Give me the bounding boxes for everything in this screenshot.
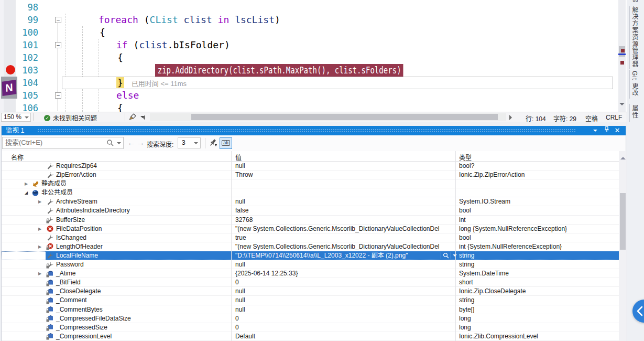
scrollbar-thumb[interactable] xyxy=(620,193,626,250)
pin-window-button[interactable] xyxy=(603,126,611,135)
watch-name[interactable]: LengthOfHeader xyxy=(56,243,103,251)
watch-name[interactable]: LocalFileName xyxy=(56,252,98,260)
watch-name[interactable]: Password xyxy=(56,261,84,269)
column-header-name[interactable]: 名称 xyxy=(11,153,24,162)
watch-row[interactable]: ▶FileDataPosition"(new System.Collection… xyxy=(2,225,619,233)
watch-name[interactable]: _CompressionLevel xyxy=(56,333,112,340)
breakpoint-icon[interactable] xyxy=(6,65,15,74)
watch-name[interactable]: 静态成员 xyxy=(41,180,67,188)
code-line-103[interactable]: 103zip.AddDirectory(clist.sPath.MaxPath(… xyxy=(0,64,618,77)
watch-name[interactable]: _CloseDelegate xyxy=(56,287,101,295)
search-icon[interactable] xyxy=(106,139,114,146)
status-line-ending[interactable]: CRLF xyxy=(606,114,622,121)
watch-title-bar[interactable]: 监视 1 ✕ xyxy=(2,126,626,135)
watch-value[interactable]: true xyxy=(235,234,442,242)
partial-tab-label[interactable]: 器 xyxy=(630,0,639,3)
watch-name[interactable]: BufferSize xyxy=(56,216,85,224)
code-text[interactable]: { xyxy=(117,51,123,64)
watch-vertical-scrollbar[interactable] xyxy=(619,151,627,341)
watch-value[interactable]: null xyxy=(235,261,442,269)
code-line-105[interactable]: 105–else xyxy=(0,89,618,102)
watch-row[interactable]: ▶LengthOfHeader"(new System.Collections.… xyxy=(2,242,619,251)
pin-values-button[interactable] xyxy=(208,138,219,148)
code-text[interactable]: if (clist.bIsFolder) xyxy=(116,39,230,51)
code-line-104[interactable]: 104}已用时间 <= 11ms xyxy=(0,77,618,89)
code-text[interactable]: { xyxy=(100,26,105,39)
editor-vertical-scrollbar[interactable] xyxy=(618,0,626,112)
watch-name[interactable]: AttributesIndicateDirectory xyxy=(56,207,130,215)
watch-row[interactable]: ◢非公共成员 xyxy=(2,188,619,197)
column-separator[interactable] xyxy=(231,151,232,162)
watch-row[interactable]: _CompressionLevelDefaultIonic.Zlib.Compr… xyxy=(2,332,619,341)
fold-collapse-icon[interactable]: – xyxy=(55,17,61,23)
expand-expander-icon[interactable]: ▶ xyxy=(25,182,28,186)
watch-value[interactable]: "(new System.Collections.Generic.Mscorli… xyxy=(235,243,442,251)
value-visualizer-control[interactable] xyxy=(441,252,457,260)
watch-row[interactable]: ▶ArchiveStreamnullSystem.IO.Stream xyxy=(2,197,619,206)
watch-row[interactable]: RequiresZip64nullbool? xyxy=(2,162,619,170)
scroll-right-arrow-icon[interactable] xyxy=(509,115,512,120)
tab-git-changes[interactable]: Git 更改 xyxy=(630,71,639,97)
status-spaces-indicator[interactable]: 空格 xyxy=(585,114,598,123)
watch-value[interactable]: false xyxy=(235,207,442,215)
watch-row[interactable]: _BitField0short xyxy=(2,278,619,287)
chevron-down-icon[interactable] xyxy=(117,142,121,146)
watch-row[interactable]: BufferSize32768int xyxy=(2,216,619,225)
scrollbar-thumb[interactable] xyxy=(191,114,498,120)
watch-value[interactable]: 32768 xyxy=(235,216,442,224)
perf-tip[interactable]: 已用时间 <= 11ms xyxy=(132,80,187,88)
code-line-100[interactable]: 100{ xyxy=(0,26,618,39)
watch-name[interactable]: _Atime xyxy=(56,270,75,278)
watch-value[interactable]: 0 xyxy=(235,279,442,286)
watch-row[interactable]: Passwordnullstring xyxy=(2,260,619,269)
search-forward-arrow-icon[interactable]: → xyxy=(137,138,145,147)
horizontal-scrollbar[interactable] xyxy=(150,113,506,121)
column-header-type[interactable]: 类型 xyxy=(459,153,472,162)
code-editor[interactable]: 9899–foreach (CList clist in lscList)100… xyxy=(0,0,627,122)
search-back-arrow-icon[interactable]: ← xyxy=(127,138,135,147)
code-text[interactable]: foreach (CList clist in lscList) xyxy=(99,14,280,26)
watch-name[interactable]: IsChanged xyxy=(56,234,86,242)
watch-row[interactable]: _CompressedFileDataSize0long xyxy=(2,314,619,323)
code-text[interactable]: zip.AddDirectory(clist.sPath.MaxPath(), … xyxy=(155,64,473,77)
watch-value[interactable]: Throw xyxy=(235,171,442,179)
format-toggle-button-active[interactable]: ab xyxy=(220,137,232,149)
watch-row[interactable]: ZipErrorActionThrowIonic.Zip.ZipErrorAct… xyxy=(2,170,619,179)
watch-value[interactable]: null xyxy=(235,162,442,170)
expand-expander-icon[interactable]: ▶ xyxy=(38,244,41,249)
watch-row[interactable]: ▶_Atime{2025-06-14 12:25:33}System.DateT… xyxy=(2,269,619,278)
watch-value[interactable]: Default xyxy=(235,333,442,340)
watch-value[interactable]: "(new System.Collections.Generic.Mscorli… xyxy=(235,225,442,233)
watch-value[interactable]: {2025-06-14 12:25:33} xyxy=(235,270,442,278)
magnifier-icon[interactable] xyxy=(443,252,449,259)
scroll-down-arrow-icon[interactable] xyxy=(619,103,625,108)
watch-row[interactable]: IsChangedtruebool xyxy=(2,233,619,242)
watch-row[interactable]: _CompressedSize0long xyxy=(2,323,619,332)
watch-search-box[interactable] xyxy=(2,137,124,149)
search-input[interactable] xyxy=(5,138,100,146)
window-position-button[interactable] xyxy=(591,126,599,135)
document-health-indicator[interactable]: ✓ 未找到相关问题 xyxy=(44,113,97,122)
code-lines[interactable]: 9899–foreach (CList clist in lscList)100… xyxy=(0,1,618,114)
watch-value[interactable]: null xyxy=(235,306,442,314)
fold-collapse-icon[interactable]: – xyxy=(55,42,61,48)
watch-name[interactable]: _CommentBytes xyxy=(56,306,103,314)
search-depth-dropdown[interactable]: 3 xyxy=(178,137,201,148)
watch-value[interactable]: null xyxy=(235,287,442,295)
watch-column-headers[interactable]: 名称 值 类型 xyxy=(2,151,626,162)
code-line-102[interactable]: 102{ xyxy=(0,51,618,64)
watch-name[interactable]: _CompressedFileDataSize xyxy=(56,315,131,323)
watch-name[interactable]: _Comment xyxy=(56,296,87,304)
code-text[interactable]: }已用时间 <= 11ms xyxy=(116,77,187,90)
watch-name[interactable]: FileDataPosition xyxy=(56,225,102,233)
watch-row[interactable]: LocalFileName"D:\\TEMP\\0714\\250614\\a\… xyxy=(2,251,619,260)
column-header-value[interactable]: 值 xyxy=(235,153,242,162)
watch-row[interactable]: _Commentnullstring xyxy=(2,296,619,305)
watch-name[interactable]: _BitField xyxy=(56,279,81,286)
chevron-down-icon[interactable] xyxy=(453,254,457,259)
watch-row[interactable]: AttributesIndicateDirectoryfalsebool xyxy=(2,206,619,215)
watch-name[interactable]: ZipErrorAction xyxy=(56,171,96,179)
watch-value[interactable]: null xyxy=(235,198,442,206)
watch-name[interactable]: ArchiveStream xyxy=(56,198,97,206)
scroll-up-arrow-icon[interactable] xyxy=(620,154,626,159)
